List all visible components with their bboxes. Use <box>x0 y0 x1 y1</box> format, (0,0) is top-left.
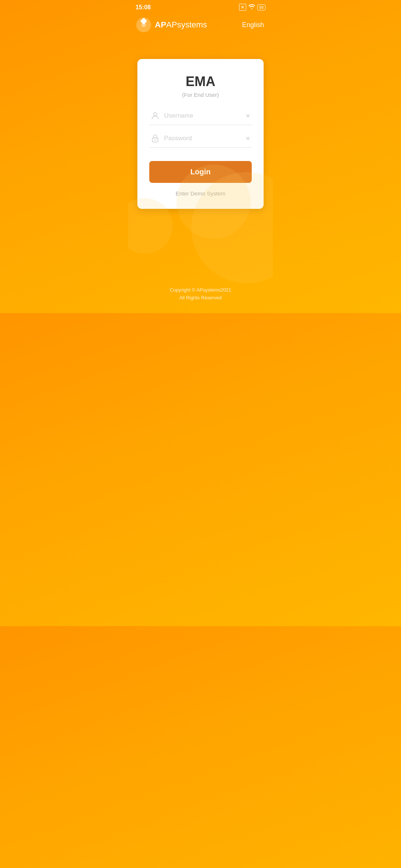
footer-line1: Copyright © APsystems2021 <box>128 286 273 294</box>
status-bar: 15:08 ✕ 98 <box>128 0 273 13</box>
svg-point-8 <box>154 139 156 141</box>
bg-decoration-2 <box>176 165 251 239</box>
svg-point-5 <box>141 23 146 27</box>
app-logo-icon <box>136 17 152 33</box>
card-subtitle: (For End User) <box>149 92 252 98</box>
footer: Copyright © APsystems2021 All Rights Res… <box>128 286 273 302</box>
lock-icon <box>149 132 161 144</box>
wifi-icon <box>248 4 255 10</box>
svg-point-4 <box>141 19 147 23</box>
user-icon <box>149 110 161 122</box>
app-header: APAPsystems English <box>128 13 273 37</box>
password-input-group: ✕ <box>149 132 252 148</box>
signal-icon: ✕ <box>239 4 246 11</box>
username-input-group: ✕ <box>149 110 252 125</box>
password-clear-button[interactable]: ✕ <box>244 135 252 142</box>
card-title: EMA <box>149 74 252 89</box>
svg-point-6 <box>154 112 157 116</box>
status-time: 15:08 <box>136 4 151 11</box>
battery-icon: 98 <box>257 4 265 10</box>
footer-line2: All Rights Reserved <box>128 294 273 302</box>
username-clear-button[interactable]: ✕ <box>244 112 252 119</box>
language-button[interactable]: English <box>242 21 264 29</box>
username-input[interactable] <box>164 112 244 119</box>
app-logo-text: APAPsystems <box>155 20 207 30</box>
password-input[interactable] <box>164 135 244 142</box>
status-icons: ✕ 98 <box>239 4 265 11</box>
logo-container: APAPsystems <box>136 17 207 33</box>
